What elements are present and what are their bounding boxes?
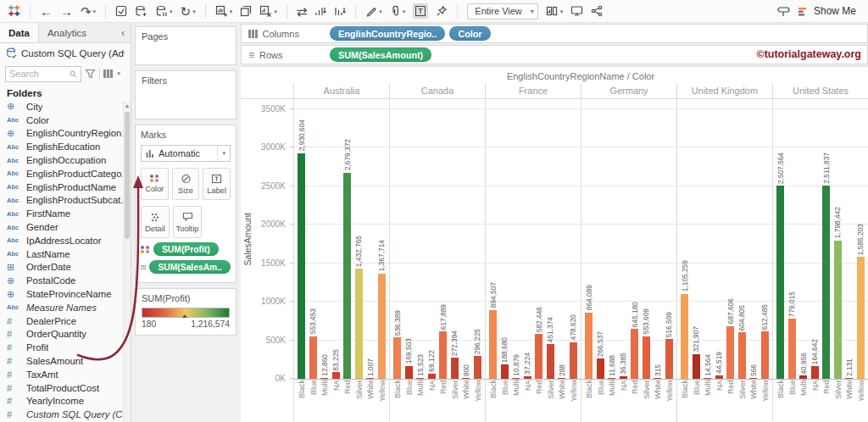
pill-english-country-region[interactable]: EnglishCountryRegio.. <box>330 26 445 41</box>
sort-descending-icon[interactable] <box>334 5 346 17</box>
bar-united-kingdom-na[interactable]: 44,519 <box>715 352 723 379</box>
bar[interactable] <box>693 354 700 379</box>
view-as-columns-icon[interactable] <box>103 69 113 78</box>
x-tick-label-yellow[interactable]: Yellow <box>760 380 771 422</box>
field-item-color[interactable]: AbcColor <box>0 114 131 127</box>
filter-funnel-icon[interactable] <box>85 69 96 79</box>
refresh-icon[interactable]: ↻▾ <box>181 5 196 18</box>
bar[interactable] <box>570 342 577 379</box>
field-item-totalproductcost[interactable]: #TotalProductCost <box>0 381 131 395</box>
bar[interactable] <box>439 331 447 379</box>
x-tick-label-multi[interactable]: Multi <box>510 380 521 422</box>
country-header-france[interactable]: France <box>485 84 581 98</box>
bar[interactable] <box>547 344 554 379</box>
bar[interactable] <box>405 366 413 379</box>
field-item-englishproductname[interactable]: AbcEnglishProductName <box>0 180 131 194</box>
fit-mode-select[interactable]: Entire View ▾ <box>467 3 537 19</box>
x-tick-label-black[interactable]: Black <box>679 380 690 422</box>
bar-germany-yellow[interactable]: 516,509 <box>665 312 673 379</box>
detail-button[interactable]: Detail <box>141 206 170 238</box>
size-button[interactable]: Size <box>172 168 200 200</box>
field-item-gender[interactable]: AbcGender <box>0 220 131 234</box>
redo-icon[interactable]: → <box>60 5 73 18</box>
country-header-united-states[interactable]: United States <box>772 84 868 98</box>
field-item-city[interactable]: ⊕City <box>0 100 131 114</box>
scroll-up-icon[interactable]: ▲ <box>124 103 131 108</box>
bar[interactable] <box>811 366 819 379</box>
bar-canada-yellow[interactable]: 296,225 <box>473 329 481 379</box>
bar-united-kingdom-black[interactable]: 1,105,259 <box>681 260 689 379</box>
show-mark-labels-icon[interactable] <box>413 3 428 19</box>
bar[interactable] <box>681 294 688 379</box>
x-tick-label-silver[interactable]: Silver <box>545 380 556 422</box>
bar[interactable] <box>857 257 865 379</box>
bar-germany-black[interactable]: 864,089 <box>585 285 593 379</box>
x-tick-label-na[interactable]: NA <box>426 380 437 422</box>
bar[interactable] <box>665 339 673 379</box>
tooltip-button[interactable]: Tooltip <box>173 206 202 238</box>
undo-icon[interactable]: ← <box>40 5 53 18</box>
x-tick-label-yellow[interactable]: Yellow <box>472 380 483 422</box>
field-item-firstname[interactable]: AbcFirstName <box>0 207 131 220</box>
x-tick-label-silver[interactable]: Silver <box>449 380 460 422</box>
presentation-mode-icon[interactable] <box>570 5 583 17</box>
save-icon[interactable] <box>115 5 127 17</box>
new-data-source-icon[interactable] <box>135 5 147 18</box>
share-icon[interactable] <box>591 5 603 17</box>
bar-germany-silver[interactable]: 553,609 <box>642 308 650 379</box>
field-item-englishcountryregion-[interactable]: ⊕EnglishCountryRegion... <box>0 127 131 141</box>
x-tick-label-red[interactable]: Red <box>725 380 736 422</box>
highlight-pen-icon[interactable]: ▾ <box>365 5 382 18</box>
pill-sum-profit[interactable]: SUM(Profit) <box>153 242 219 256</box>
field-item-orderquantity[interactable]: #OrderQuantity <box>0 328 131 341</box>
bar-france-silver[interactable]: 451,374 <box>546 317 554 379</box>
x-tick-label-multi[interactable]: Multi <box>415 380 426 422</box>
bar-australia-blue[interactable]: 553,453 <box>309 308 317 379</box>
scrollbar-thumb[interactable] <box>125 112 130 239</box>
x-tick-label-blue[interactable]: Blue <box>308 380 319 422</box>
x-tick-label-yellow[interactable]: Yellow <box>376 380 387 422</box>
bar-united-states-multi[interactable]: 40,956 <box>799 353 808 379</box>
bar-united-states-yellow[interactable]: 1,585,203 <box>856 224 865 379</box>
x-tick-label-white[interactable]: White <box>652 380 663 422</box>
bar-australia-multi[interactable]: 12,860 <box>320 354 329 379</box>
bar[interactable] <box>788 319 796 379</box>
bar[interactable] <box>343 173 351 379</box>
new-worksheet-icon[interactable]: ▾ <box>215 5 233 18</box>
bar-germany-red[interactable]: 645,180 <box>631 302 639 379</box>
bar[interactable] <box>643 336 650 379</box>
y-axis[interactable]: SalesAmount 0K500K1000K1500K2000K2500K30… <box>241 99 293 379</box>
field-item-dealerprice[interactable]: #DealerPrice <box>0 314 131 328</box>
bar-united-states-white[interactable]: 2,131 <box>845 358 854 379</box>
mark-pill-color[interactable]: SUM(Profit) <box>141 242 231 256</box>
bar-united-states-silver[interactable]: 1,798,442 <box>833 207 842 379</box>
bar[interactable] <box>726 326 734 379</box>
field-item-englisheducation[interactable]: AbcEnglishEducation <box>0 140 131 153</box>
x-tick-label-black[interactable]: Black <box>775 380 786 422</box>
x-tick-label-red[interactable]: Red <box>533 380 544 422</box>
x-tick-label-silver[interactable]: Silver <box>353 380 364 422</box>
plot-area[interactable]: 2,930,604553,45312,86083,2252,679,3721,4… <box>293 99 868 422</box>
field-item-custom-sql-query-c[interactable]: #Custom SQL Query (C <box>0 408 131 421</box>
swap-axes-icon[interactable]: ⇄ <box>297 5 308 18</box>
field-item-measure-names[interactable]: AbcMeasure Names <box>0 301 131 314</box>
bar-united-kingdom-red[interactable]: 687,606 <box>726 298 735 379</box>
bar-australia-black[interactable]: 2,930,604 <box>298 119 306 379</box>
chevron-down-icon[interactable]: ▾ <box>118 70 121 77</box>
datasource-item[interactable]: Custom SQL Query (Adv... <box>0 43 131 63</box>
x-tick-label-black[interactable]: Black <box>487 380 498 422</box>
bar[interactable] <box>332 372 340 379</box>
field-item-englishproductcatego-[interactable]: AbcEnglishProductCatego... <box>0 167 131 180</box>
field-item-lastname[interactable]: AbcLastName <box>0 247 131 261</box>
bar-germany-white[interactable]: 315 <box>654 364 662 379</box>
x-tick-label-white[interactable]: White <box>460 380 471 422</box>
bar-france-na[interactable]: 37,224 <box>523 353 531 379</box>
x-tick-label-na[interactable]: NA <box>331 380 342 422</box>
x-tick-label-red[interactable]: Red <box>821 380 832 422</box>
bar-canada-silver[interactable]: 272,394 <box>450 330 459 379</box>
show-cards-icon[interactable]: ▾ <box>546 5 564 18</box>
bar[interactable] <box>834 241 842 379</box>
field-item-ipaddresslocator[interactable]: AbcIpAddressLocator <box>0 234 131 247</box>
bar-canada-multi[interactable]: 15,523 <box>416 354 425 379</box>
field-item-orderdate[interactable]: ⊞OrderDate <box>0 261 131 275</box>
